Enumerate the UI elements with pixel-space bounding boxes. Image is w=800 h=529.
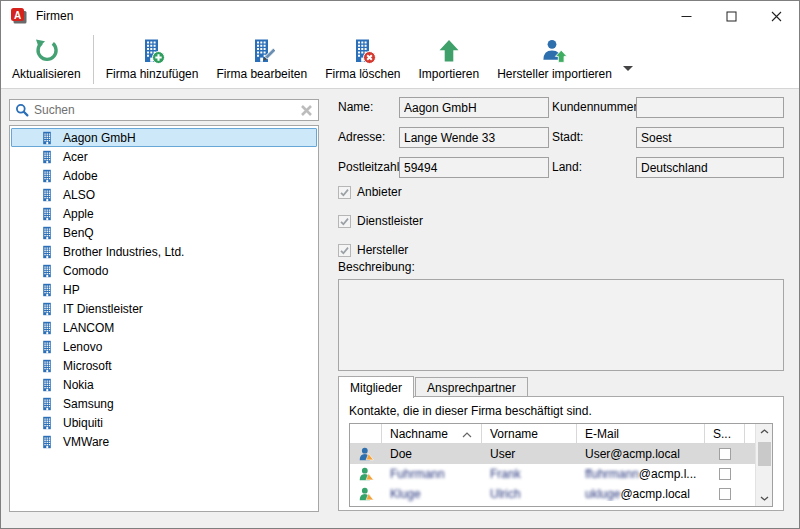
member-row[interactable]: FuhrmannFrankffuhrmann@acmp.l... bbox=[350, 464, 755, 484]
adresse-label: Adresse: bbox=[338, 127, 385, 148]
member-table-body: DoeUserUser@acmp.local FuhrmannFrankffuh… bbox=[350, 444, 772, 507]
company-list-item[interactable]: Acer bbox=[11, 147, 317, 166]
company-name: BenQ bbox=[63, 226, 94, 240]
close-button[interactable] bbox=[754, 1, 799, 31]
member-table-scrollbar[interactable] bbox=[755, 424, 772, 506]
scrollbar-down-icon[interactable] bbox=[756, 491, 773, 506]
hersteller-label: Hersteller bbox=[357, 243, 408, 257]
maximize-button[interactable] bbox=[709, 1, 754, 31]
dienstleister-checkbox-row: Dienstleister bbox=[338, 214, 423, 228]
firma-loeschen-button[interactable]: Firma löschen bbox=[316, 31, 409, 88]
members-caption: Kontakte, die in dieser Firma beschäftig… bbox=[349, 404, 592, 418]
building-icon bbox=[40, 169, 54, 183]
toolbar-dropdown-caret-icon[interactable] bbox=[623, 66, 633, 71]
hersteller-checkbox[interactable] bbox=[338, 244, 351, 257]
company-list-item[interactable]: Microsoft bbox=[11, 356, 317, 375]
company-name: Samsung bbox=[63, 397, 114, 411]
acmp-app-icon: A bbox=[10, 7, 28, 25]
company-list-item[interactable]: IT Dienstleister bbox=[11, 299, 317, 318]
company-list-item[interactable]: Nokia bbox=[11, 375, 317, 394]
company-name: HP bbox=[63, 283, 80, 297]
company-list-item[interactable]: VMWare bbox=[11, 432, 317, 451]
company-list-item[interactable]: Comodo bbox=[11, 261, 317, 280]
company-list: Aagon GmbH Acer Adobe ALSO Apple BenQ Br… bbox=[9, 125, 319, 512]
adresse-field[interactable] bbox=[399, 127, 549, 148]
beschreibung-textarea[interactable] bbox=[338, 279, 784, 371]
company-list-item[interactable]: Lenovo bbox=[11, 337, 317, 356]
minimize-button[interactable] bbox=[664, 1, 709, 31]
stadt-field[interactable] bbox=[636, 127, 784, 148]
company-list-item[interactable]: Apple bbox=[11, 204, 317, 223]
company-list-item[interactable]: ALSO bbox=[11, 185, 317, 204]
firma-loeschen-label: Firma löschen bbox=[325, 67, 400, 81]
company-list-item[interactable]: Samsung bbox=[11, 394, 317, 413]
importieren-button[interactable]: Importieren bbox=[410, 31, 489, 88]
search-clear-icon[interactable] bbox=[300, 104, 313, 117]
company-list-item[interactable]: HP bbox=[11, 280, 317, 299]
company-list-item[interactable]: LANCOM bbox=[11, 318, 317, 337]
name-field[interactable] bbox=[399, 97, 549, 118]
company-list-item[interactable]: BenQ bbox=[11, 223, 317, 242]
building-icon bbox=[40, 435, 54, 449]
member-selected-checkbox[interactable] bbox=[719, 488, 731, 500]
search-icon bbox=[15, 103, 29, 117]
email-header-label: E-Mail bbox=[585, 427, 619, 441]
member-nachname: Kluge bbox=[382, 487, 482, 501]
dienstleister-checkbox[interactable] bbox=[338, 215, 351, 228]
toolbar: Aktualisieren Firma hinzufügen bbox=[1, 31, 799, 89]
member-selected-checkbox[interactable] bbox=[719, 448, 731, 460]
company-list-item[interactable]: Aagon GmbH bbox=[11, 128, 317, 147]
company-name: VMWare bbox=[63, 435, 109, 449]
company-name: ALSO bbox=[63, 188, 95, 202]
firma-hinzufuegen-button[interactable]: Firma hinzufügen bbox=[97, 31, 208, 88]
firma-hinzufuegen-label: Firma hinzufügen bbox=[106, 67, 199, 81]
column-header-email[interactable]: E-Mail bbox=[577, 424, 705, 443]
member-email: ffuhrmann@acmp.l... bbox=[577, 467, 705, 481]
member-email: User@acmp.local bbox=[577, 447, 705, 461]
building-icon bbox=[40, 264, 54, 278]
column-header-selected[interactable]: S... bbox=[705, 424, 745, 443]
minimize-icon bbox=[681, 11, 692, 22]
company-list-item[interactable]: Adobe bbox=[11, 166, 317, 185]
building-icon bbox=[40, 207, 54, 221]
toolbar-separator bbox=[93, 35, 94, 84]
building-icon bbox=[40, 150, 54, 164]
column-header-vorname[interactable]: Vorname bbox=[482, 424, 577, 443]
building-icon bbox=[40, 340, 54, 354]
land-field[interactable] bbox=[636, 157, 784, 178]
building-icon bbox=[40, 131, 54, 145]
kundennummer-field[interactable] bbox=[636, 97, 784, 118]
search-input[interactable] bbox=[34, 103, 300, 117]
tab-ansprechpartner[interactable]: Ansprechpartner bbox=[415, 377, 528, 397]
member-row[interactable]: KlugeUlrichukluge@acmp.local bbox=[350, 484, 755, 504]
column-header-icon[interactable] bbox=[350, 424, 382, 443]
column-header-nachname[interactable]: Nachname bbox=[382, 424, 482, 443]
import-arrow-icon bbox=[436, 37, 462, 65]
firmen-window: A Firmen Aktualisieren bbox=[0, 0, 800, 529]
company-name: Microsoft bbox=[63, 359, 112, 373]
firma-bearbeiten-button[interactable]: Firma bearbeiten bbox=[207, 31, 316, 88]
member-row[interactable]: MusterMaxmmuster@acmp.local bbox=[350, 504, 755, 507]
member-selected-checkbox[interactable] bbox=[719, 468, 731, 480]
tab-bar: Mitglieder Ansprechpartner bbox=[338, 375, 529, 397]
vorname-header-label: Vorname bbox=[490, 427, 538, 441]
company-name: Aagon GmbH bbox=[63, 131, 136, 145]
refresh-icon bbox=[33, 37, 59, 65]
anbieter-checkbox[interactable] bbox=[338, 186, 351, 199]
postleitzahl-field[interactable] bbox=[399, 157, 549, 178]
tab-mitglieder[interactable]: Mitglieder bbox=[338, 376, 414, 398]
land-label: Land: bbox=[552, 157, 582, 178]
hersteller-importieren-button[interactable]: Hersteller importieren bbox=[488, 31, 621, 88]
sort-asc-icon bbox=[462, 427, 472, 441]
member-row[interactable]: DoeUserUser@acmp.local bbox=[350, 444, 755, 464]
scrollbar-thumb[interactable] bbox=[758, 442, 771, 466]
user-green-warning-icon bbox=[359, 507, 374, 508]
company-list-item[interactable]: Ubiquiti bbox=[11, 413, 317, 432]
scrollbar-up-icon[interactable] bbox=[756, 424, 773, 439]
hersteller-importieren-label: Hersteller importieren bbox=[497, 67, 612, 81]
aktualisieren-button[interactable]: Aktualisieren bbox=[3, 31, 90, 88]
member-email-prefix: User bbox=[585, 447, 610, 461]
company-name: Acer bbox=[63, 150, 88, 164]
titlebar: A Firmen bbox=[1, 1, 799, 31]
company-list-item[interactable]: Brother Industries, Ltd. bbox=[11, 242, 317, 261]
